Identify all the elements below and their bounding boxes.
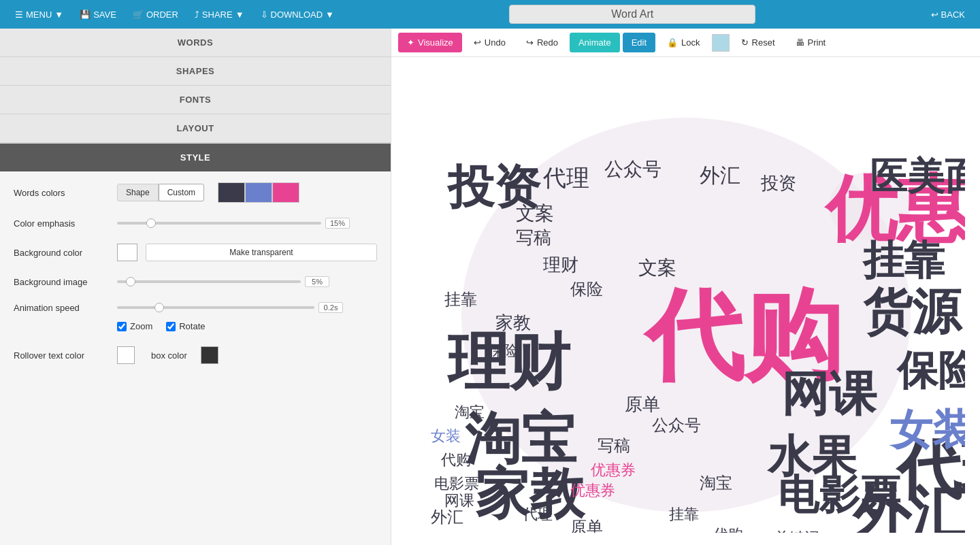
word-电影票-sm: 电影票 (434, 475, 479, 492)
word-代理-sm2: 代理 (522, 506, 553, 523)
style-panel: Words colors Shape Custom Color emphasis… (0, 171, 391, 375)
word-写稿-sm: 写稿 (598, 436, 630, 455)
word-保险-large: 保险 (896, 348, 965, 393)
reset-button[interactable]: ↻ Reset (732, 33, 784, 52)
word-写稿: 写稿 (516, 227, 551, 248)
download-chevron-icon: ▼ (325, 10, 334, 20)
undo-icon: ↩ (474, 37, 481, 48)
make-transparent-button[interactable]: Make transparent (146, 244, 377, 261)
undo-button[interactable]: ↩ Undo (465, 33, 514, 52)
menu-button[interactable]: ☰ MENU ▼ (8, 5, 70, 24)
animation-speed-section: Animation speed 0.2s Zoom Rotate (14, 302, 377, 331)
canvas-area[interactable]: 代购 优惠券 代理 理财 淘宝 家教 投资 外汇 网课 货源 挂靠 医美面膜 保… (391, 57, 980, 545)
rollover-text-color-row: Rollover text color box color (14, 346, 377, 364)
word-原单: 原单 (625, 394, 660, 414)
word-保险-sm: 保险 (570, 280, 603, 298)
visualize-button[interactable]: ✦ Visualize (398, 33, 462, 52)
rollover-box-color-swatch[interactable] (201, 346, 218, 364)
zoom-checkbox-label[interactable]: Zoom (117, 321, 152, 331)
save-button[interactable]: 💾 SAVE (73, 5, 123, 24)
wordcloud: 代购 优惠券 代理 理财 淘宝 家教 投资 外汇 网课 货源 挂靠 医美面膜 保… (407, 70, 965, 533)
color-swatch-2[interactable] (245, 182, 272, 203)
rotate-checkbox-label[interactable]: Rotate (166, 321, 205, 331)
tab-shapes[interactable]: SHAPES (0, 57, 391, 86)
back-button[interactable]: ↩ BACK (924, 5, 972, 24)
word-挂靠-sm2: 挂靠 (444, 290, 477, 308)
background-color-row: Background color Make transparent (14, 244, 377, 261)
zoom-checkbox[interactable] (117, 322, 127, 331)
save-icon: 💾 (80, 10, 91, 20)
redo-button[interactable]: ↪ Redo (517, 33, 567, 52)
rotate-label: Rotate (179, 321, 205, 331)
redo-icon: ↪ (526, 37, 534, 48)
edit-button[interactable]: Edit (623, 33, 655, 52)
back-icon: ↩ (931, 10, 938, 20)
wordcloud-svg: 代购 优惠券 代理 理财 淘宝 家教 投资 外汇 网课 货源 挂靠 医美面膜 保… (407, 70, 965, 533)
word-挂靠: 挂靠 (862, 237, 945, 283)
word-网课-sm: 网课 (444, 492, 474, 509)
word-理财-sm: 理财 (543, 254, 578, 275)
background-image-row: Background image 5% (14, 276, 377, 287)
rollover-text-color-label: Rollover text color (14, 350, 109, 361)
tab-words[interactable]: WORDS (0, 29, 391, 57)
print-button[interactable]: 🖶 Print (787, 33, 835, 52)
color-swatches (218, 182, 299, 203)
background-color-swatch[interactable] (117, 244, 137, 261)
word-代理-sm1: 代理 (542, 165, 589, 191)
lock-button[interactable]: 🔒 Lock (658, 33, 708, 52)
color-preview[interactable] (712, 34, 730, 52)
word-原单-sm: 原单 (570, 518, 603, 533)
word-网课: 网课 (781, 367, 877, 420)
rollover-text-color-swatch[interactable] (117, 346, 135, 364)
title-input[interactable] (509, 5, 755, 24)
color-emphasis-row: Color emphasis 15% (14, 218, 377, 229)
box-color-label: box color (151, 350, 187, 361)
word-淘宝-sm: 淘宝 (700, 474, 732, 492)
words-colors-row: Words colors Shape Custom (14, 182, 377, 203)
tab-layout[interactable]: LAYOUT (0, 114, 391, 143)
order-button[interactable]: 🛒 ORDER (126, 5, 185, 24)
color-emphasis-label: Color emphasis (14, 218, 109, 229)
background-image-label: Background image (14, 277, 109, 287)
custom-color-btn[interactable]: Custom (159, 184, 204, 201)
menu-chevron-icon: ▼ (54, 10, 63, 20)
color-emphasis-slider[interactable] (117, 222, 321, 225)
color-swatch-1[interactable] (218, 182, 245, 203)
title-area (344, 5, 921, 24)
word-女装: 女装 (889, 406, 965, 453)
word-优惠券-sm: 优惠券 (591, 461, 636, 478)
background-image-slider[interactable] (117, 280, 301, 283)
share-icon: ⤴ (195, 10, 199, 20)
word-优惠券-sm2: 优惠券 (570, 482, 615, 499)
animation-options: Zoom Rotate (117, 321, 377, 331)
share-button[interactable]: ⤴ SHARE ▼ (188, 5, 251, 24)
word-文案-sm2: 文案 (638, 257, 676, 278)
color-emphasis-slider-container: 15% (117, 218, 377, 229)
animation-speed-slider[interactable] (117, 306, 314, 309)
rotate-checkbox[interactable] (166, 322, 176, 331)
animation-speed-row: Animation speed 0.2s (14, 302, 377, 313)
background-color-label: Background color (14, 248, 109, 258)
word-理财: 理财 (446, 328, 571, 396)
word-公众号: 公众号 (604, 159, 662, 180)
right-panel: ✦ Visualize ↩ Undo ↪ Redo Animate Edit 🔒… (391, 29, 980, 545)
word-外汇-sm2: 外汇 (431, 508, 463, 526)
animate-button[interactable]: Animate (570, 33, 620, 52)
words-colors-label: Words colors (14, 188, 109, 198)
word-货源: 货源 (863, 284, 963, 339)
visualize-icon: ✦ (407, 37, 414, 48)
toolbar: ✦ Visualize ↩ Undo ↪ Redo Animate Edit 🔒… (391, 29, 980, 57)
color-swatch-3[interactable] (272, 182, 299, 203)
shape-color-btn[interactable]: Shape (117, 184, 159, 201)
color-emphasis-value: 15% (325, 218, 350, 229)
left-panel: WORDS SHAPES FONTS LAYOUT STYLE Words co… (0, 29, 391, 545)
tab-fonts[interactable]: FONTS (0, 86, 391, 114)
word-投资-sm: 投资 (760, 173, 796, 193)
menu-icon: ☰ (15, 10, 23, 20)
topbar: ☰ MENU ▼ 💾 SAVE 🛒 ORDER ⤴ SHARE ▼ ⇩ DOWN… (0, 0, 980, 29)
download-button[interactable]: ⇩ DOWNLOAD ▼ (254, 5, 341, 24)
download-icon: ⇩ (261, 10, 268, 20)
reset-icon: ↻ (741, 37, 749, 48)
word-医美面膜: 医美面膜 (870, 155, 965, 197)
word-女装-sm: 女装 (431, 427, 461, 444)
